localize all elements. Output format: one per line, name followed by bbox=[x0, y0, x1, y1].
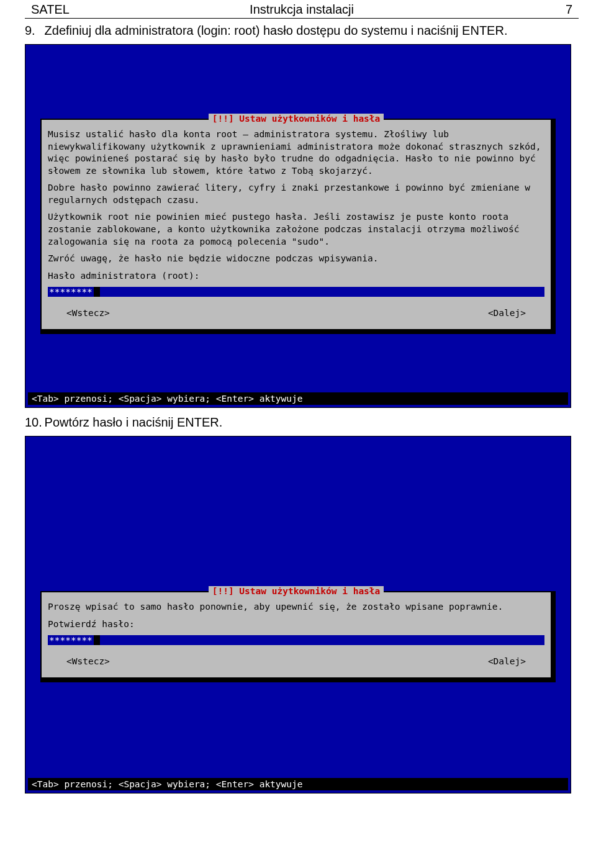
confirm-label: Potwierdź hasło: bbox=[48, 618, 544, 631]
text-cursor bbox=[94, 635, 100, 645]
step-10-num: 10. bbox=[25, 414, 41, 431]
text-cursor bbox=[94, 287, 100, 297]
dialog-set-password: [!!] Ustaw użytkowników i hasła Musisz u… bbox=[40, 119, 552, 330]
header-right: 7 bbox=[392, 2, 572, 17]
footer-hint: <Tab> przenosi; <Spacja> wybiera; <Enter… bbox=[28, 778, 568, 790]
header-left: SATEL bbox=[31, 2, 212, 17]
dialog-text-4: Zwróć uwagę, że hasło nie będzie widoczn… bbox=[48, 253, 544, 265]
installer-screenshot-2: [!!] Ustaw użytkowników i hasła Proszę w… bbox=[25, 436, 571, 793]
header-center: Instrukcja instalacji bbox=[212, 2, 392, 17]
dialog-confirm-password: [!!] Ustaw użytkowników i hasła Proszę w… bbox=[40, 591, 552, 679]
back-button[interactable]: <Wstecz> bbox=[66, 656, 110, 666]
password-label: Hasło administratora (root): bbox=[48, 270, 544, 283]
next-button[interactable]: <Dalej> bbox=[488, 656, 526, 666]
step-9: 9. Zdefiniuj dla administratora (login: … bbox=[25, 22, 571, 39]
page-header: SATEL Instrukcja instalacji 7 bbox=[25, 0, 579, 19]
password-typed: ******** bbox=[48, 635, 94, 645]
footer-hint: <Tab> przenosi; <Spacja> wybiera; <Enter… bbox=[28, 392, 568, 405]
dialog-text-2: Dobre hasło powinno zawierać litery, cyf… bbox=[48, 182, 544, 206]
step-10-text: Powtórz hasło i naciśnij ENTER. bbox=[45, 415, 223, 429]
step-10: 10. Powtórz hasło i naciśnij ENTER. bbox=[25, 414, 571, 431]
password-typed: ******** bbox=[48, 287, 94, 297]
installer-screenshot-1: [!!] Ustaw użytkowników i hasła Musisz u… bbox=[25, 44, 571, 408]
dialog-text-3: Użytkownik root nie powinien mieć pusteg… bbox=[48, 211, 544, 248]
back-button[interactable]: <Wstecz> bbox=[66, 308, 110, 318]
confirm-password-input[interactable]: ******** _______________________________… bbox=[48, 635, 544, 645]
password-input[interactable]: ******** _______________________________… bbox=[48, 287, 544, 297]
dialog-text-1: Proszę wpisać to samo hasło ponownie, ab… bbox=[48, 601, 544, 613]
step-9-num: 9. bbox=[25, 22, 41, 39]
password-rest: ________________________________________… bbox=[100, 635, 544, 645]
step-9-text: Zdefiniuj dla administratora (login: roo… bbox=[45, 24, 508, 37]
next-button[interactable]: <Dalej> bbox=[488, 308, 526, 318]
dialog-text-1: Musisz ustalić hasło dla konta root – ad… bbox=[48, 129, 544, 177]
password-rest: ________________________________________… bbox=[100, 287, 544, 297]
